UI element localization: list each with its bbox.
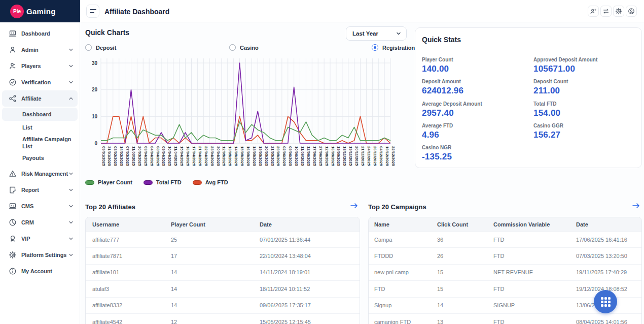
table-row[interactable]: affiliate83321409/06/2025 17:35:17 — [86, 298, 360, 314]
svg-text:11/06/2025: 11/06/2025 — [300, 146, 305, 166]
chart-period-select[interactable]: Last Year — [346, 26, 407, 41]
sidebar-item-verification[interactable]: Verification — [2, 74, 78, 90]
svg-text:14/05/2025: 14/05/2025 — [234, 146, 238, 167]
svg-text:18/05/2025: 18/05/2025 — [252, 146, 257, 167]
menu-toggle-button[interactable] — [86, 5, 99, 18]
svg-text:03/02/2025: 03/02/2025 — [113, 146, 118, 167]
chevron-down-icon — [68, 204, 74, 209]
table-row[interactable]: Campa36FTD17/06/2025 16:41:16 — [369, 232, 641, 248]
svg-text:30/04/2025: 30/04/2025 — [216, 146, 221, 167]
stat-casino-ggr: Casino GGR156.27 — [533, 123, 635, 145]
settings-button[interactable] — [613, 6, 624, 17]
legend-swatch — [144, 180, 153, 185]
svg-text:09/04/2025: 09/04/2025 — [161, 146, 166, 167]
sidebar-item-players[interactable]: Players — [2, 58, 78, 74]
quick-stats-title: Quick Stats — [422, 36, 461, 44]
sidebar-subitem-list[interactable]: List — [2, 121, 78, 134]
svg-text:21/04/2025: 21/04/2025 — [198, 146, 202, 167]
page-title: Affiliate Dashboard — [104, 8, 169, 16]
svg-text:12/05/2025: 12/05/2025 — [222, 146, 226, 167]
sidebar-item-affiliate[interactable]: Affiliate — [2, 90, 78, 107]
svg-text:21/11/2025: 21/11/2025 — [361, 146, 365, 166]
svg-text:08/04/2025: 08/04/2025 — [156, 146, 160, 167]
stat-approved-deposit-amount: Approved Deposit Amount105671.00 — [533, 57, 635, 79]
table-row[interactable]: atulaf31418/11/2024 10:11:52 — [86, 281, 360, 297]
apps-grid-icon — [601, 297, 611, 307]
svg-text:20/05/2025: 20/05/2025 — [264, 146, 269, 167]
risk-icon — [9, 170, 17, 178]
players-icon — [9, 62, 17, 70]
svg-text:16/05/2025: 16/05/2025 — [246, 146, 251, 167]
sidebar-item-platform-settings[interactable]: Platform Settings — [2, 247, 78, 263]
sidebar-subitem-affiliate-campaign-list[interactable]: Affiliate Campaign List — [2, 134, 78, 151]
svg-text:07/03/2025: 07/03/2025 — [125, 146, 130, 167]
table-header: NameClick CountCommission VariableDate — [369, 217, 641, 232]
account-icon — [9, 267, 17, 275]
sidebar-subitem-payouts[interactable]: Payouts — [2, 151, 78, 165]
table-row[interactable]: FTDDD26FTD07/03/2025 13:20:50 — [369, 248, 641, 264]
svg-text:26/11/2025: 26/11/2025 — [373, 146, 377, 166]
add-user-icon — [590, 8, 597, 15]
table-row[interactable]: affiliate1011414/11/2024 18:19:01 — [86, 265, 360, 281]
sidebar-subitem-dashboard[interactable]: Dashboard — [2, 108, 78, 121]
legend-item-player-count[interactable]: Player Count — [85, 179, 132, 185]
radio-deposit[interactable]: Deposit — [85, 44, 116, 51]
legend-item-total-ftd[interactable]: Total FTD — [144, 179, 182, 185]
top-affiliates-arrow[interactable] — [350, 203, 358, 209]
add-user-button[interactable] — [588, 6, 599, 17]
account-icon — [628, 8, 635, 15]
chevron-down-icon — [68, 187, 74, 192]
svg-text:10/04/2025: 10/04/2025 — [167, 146, 172, 167]
sidebar-item-report[interactable]: Report — [2, 182, 78, 198]
svg-text:17/04/2025: 17/04/2025 — [192, 146, 196, 167]
svg-text:19/05/2025: 19/05/2025 — [258, 146, 263, 167]
svg-text:10: 10 — [92, 114, 98, 119]
legend-swatch — [85, 180, 94, 185]
svg-text:16/04/2025: 16/04/2025 — [186, 146, 190, 167]
sidebar-item-risk-management[interactable]: Risk Management — [2, 166, 78, 182]
table-row[interactable]: camanign FTD13FTD08/04/2025 14:01:56 — [369, 314, 641, 324]
svg-text:21/05/2025: 21/05/2025 — [270, 146, 275, 167]
radio-casino[interactable]: Casino — [229, 44, 259, 51]
sidebar-item-crm[interactable]: CRM — [2, 214, 78, 231]
crm-icon — [9, 218, 17, 226]
brand-name: Gaming — [26, 7, 56, 16]
table-row[interactable]: new pnl camp15NET REVENUE19/11/2025 17:4… — [369, 265, 641, 281]
radio-circle — [229, 44, 236, 51]
radio-registrations[interactable]: Registrations — [372, 44, 418, 51]
svg-text:15/05/2025: 15/05/2025 — [240, 146, 244, 167]
stat-casino-ngr: Casino NGR-135.25 — [422, 145, 533, 167]
table-header: UsernamePlayer CountDate — [86, 217, 360, 232]
svg-text:09/06/2025: 09/06/2025 — [288, 146, 293, 167]
account-button[interactable] — [626, 6, 637, 17]
apps-launcher-button[interactable] — [594, 290, 617, 313]
svg-text:12/06/2025: 12/06/2025 — [306, 146, 311, 167]
sidebar-item-vip[interactable]: VIP — [2, 231, 78, 247]
cms-icon — [9, 202, 17, 210]
svg-text:27/06/2025: 27/06/2025 — [318, 146, 323, 167]
chevron-down-icon — [396, 31, 401, 36]
table-row[interactable]: affiliate7772507/01/2025 11:36:44 — [86, 232, 360, 248]
quick-charts-line-chart: 010203009/01/202531/01/202503/02/202514/… — [83, 52, 413, 177]
transfer-button[interactable] — [600, 6, 612, 17]
sidebar-item-dashboard[interactable]: Dashboard — [2, 25, 78, 42]
table-row[interactable]: affiliate78711722/10/2024 13:48:04 — [86, 248, 360, 264]
arrow-right-icon — [350, 203, 358, 209]
top-campaigns-arrow[interactable] — [632, 203, 640, 209]
svg-text:15/04/2025: 15/04/2025 — [180, 146, 184, 167]
legend-item-avg-ftd[interactable]: Avg FTD — [193, 179, 228, 185]
sidebar-item-cms[interactable]: CMS — [2, 198, 78, 214]
chevron-down-icon — [68, 171, 74, 176]
sidebar-item-my-account[interactable]: My Account — [2, 263, 78, 279]
svg-text:16/09/2025: 16/09/2025 — [331, 146, 335, 167]
radio-circle — [372, 44, 378, 51]
svg-text:03/04/2025: 03/04/2025 — [144, 146, 148, 167]
stat-player-count: Player Count140.00 — [422, 57, 533, 79]
stat-total-ftd: Total FTD154.00 — [533, 101, 635, 123]
table-row[interactable]: affiliate45421215/05/2025 12:15:45 — [86, 314, 360, 324]
svg-text:02/06/2025: 02/06/2025 — [282, 146, 287, 167]
svg-text:20: 20 — [92, 87, 98, 92]
svg-text:09/01/2025: 09/01/2025 — [101, 146, 106, 167]
arrow-right-icon — [632, 203, 640, 209]
svg-text:12/08/2025: 12/08/2025 — [325, 146, 329, 167]
